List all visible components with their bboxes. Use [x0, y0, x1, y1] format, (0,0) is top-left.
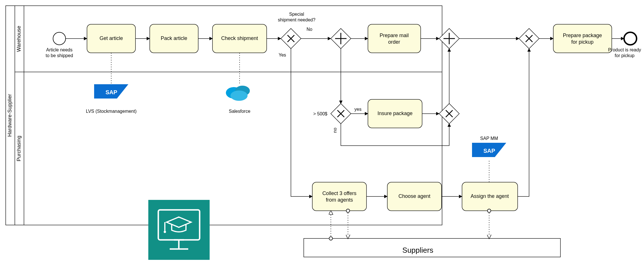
gateway-yes-label: Yes — [279, 53, 286, 57]
svg-text:SAP: SAP — [483, 148, 495, 154]
sap-mm-label: SAP MM — [480, 136, 498, 141]
salesforce-icon — [226, 86, 250, 101]
gateway-over500-label: > 500$ — [313, 111, 327, 116]
pool-title: Hardware-Supplier — [7, 94, 13, 137]
start-event[interactable] — [53, 32, 66, 45]
svg-text:Choose agent: Choose agent — [398, 193, 430, 199]
svg-text:Prepare mail: Prepare mail — [380, 33, 409, 38]
gateway-over-500[interactable] — [331, 104, 351, 124]
gateway-no-label: No — [307, 27, 313, 32]
svg-text:shipment needed?: shipment needed? — [278, 17, 315, 22]
svg-point-47 — [230, 91, 248, 101]
svg-text:Prepare package: Prepare package — [563, 33, 602, 38]
task-collect-offers[interactable] — [312, 182, 366, 211]
svg-text:for pickup: for pickup — [571, 39, 594, 45]
salesforce-label: Salesforce — [229, 109, 250, 114]
svg-text:for pickup: for pickup — [615, 53, 634, 58]
bpmn-diagram: Hardware-Supplier Warehouse Purchasing A… — [0, 0, 644, 261]
lvs-label: LVS (Stockmanagement) — [86, 109, 137, 114]
svg-text:Assign the agent: Assign the agent — [471, 193, 509, 199]
suppliers-label: Suppliers — [402, 246, 433, 254]
gateway-special-shipment[interactable] — [281, 29, 301, 49]
gateway-over500-yes: yes — [355, 107, 362, 112]
sap-lvs-icon: SAP — [94, 84, 128, 99]
gateway-parallel-split[interactable] — [331, 29, 351, 49]
gateway-exclusive-merge[interactable] — [519, 29, 539, 49]
svg-text:from agents: from agents — [326, 197, 353, 203]
sap-mm-icon: SAP — [472, 143, 506, 157]
svg-point-55 — [164, 231, 166, 233]
svg-text:Get article: Get article — [100, 35, 123, 41]
task-prepare-mail-order[interactable] — [368, 24, 421, 53]
gateway-over500-no: no — [333, 128, 337, 133]
svg-text:to be shipped: to be shipped — [46, 53, 73, 58]
academy-monitor-icon — [148, 200, 210, 260]
svg-text:Collect 3 offers: Collect 3 offers — [322, 190, 357, 196]
gateway-special-label: Special — [289, 12, 304, 17]
svg-text:Check shipment: Check shipment — [221, 35, 258, 41]
svg-text:Insure package: Insure package — [377, 111, 412, 116]
start-event-label: Article needs — [46, 47, 73, 52]
end-event-label: Product is ready — [608, 47, 641, 52]
lane-purchasing: Purchasing — [16, 136, 22, 161]
svg-text:order: order — [388, 39, 400, 45]
svg-text:Pack article: Pack article — [161, 35, 187, 41]
task-prepare-pickup[interactable] — [553, 24, 612, 53]
end-event[interactable] — [624, 32, 637, 45]
svg-rect-49 — [148, 200, 210, 260]
svg-text:SAP: SAP — [106, 89, 117, 95]
lane-warehouse: Warehouse — [16, 26, 22, 52]
